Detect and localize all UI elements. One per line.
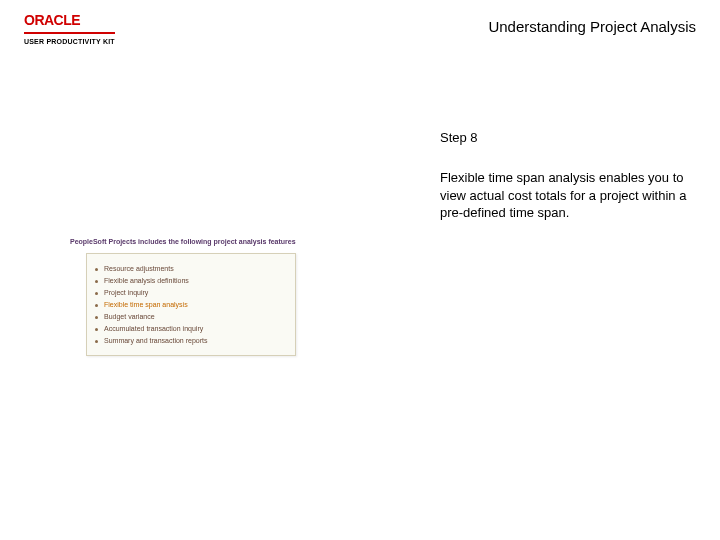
list-item: Summary and transaction reports — [95, 337, 287, 344]
bullet-icon — [95, 280, 98, 283]
bullet-icon — [95, 328, 98, 331]
list-item-label: Flexible analysis definitions — [104, 277, 189, 284]
bullet-icon — [95, 316, 98, 319]
bullet-icon — [95, 292, 98, 295]
oracle-logo-block: ORACLE USER PRODUCTIVITY KIT — [24, 12, 115, 45]
list-item: Accumulated transaction inquiry — [95, 325, 287, 332]
slide-heading: PeopleSoft Projects includes the followi… — [70, 238, 330, 245]
list-item-label: Resource adjustments — [104, 265, 174, 272]
slide-thumbnail: PeopleSoft Projects includes the followi… — [70, 238, 330, 356]
list-item-label: Budget variance — [104, 313, 155, 320]
step-label: Step 8 — [440, 130, 690, 145]
logo-subtitle: USER PRODUCTIVITY KIT — [24, 38, 115, 45]
list-item: Project inquiry — [95, 289, 287, 296]
list-item: Flexible analysis definitions — [95, 277, 287, 284]
logo-divider — [24, 32, 115, 34]
list-item-label: Summary and transaction reports — [104, 337, 208, 344]
list-item-label: Flexible time span analysis — [104, 301, 188, 308]
list-item: Budget variance — [95, 313, 287, 320]
oracle-logo: ORACLE — [24, 12, 80, 28]
oracle-logo-text: ORACLE — [24, 12, 80, 28]
list-item-highlighted: Flexible time span analysis — [95, 301, 287, 308]
list-item: Resource adjustments — [95, 265, 287, 272]
list-item-label: Accumulated transaction inquiry — [104, 325, 203, 332]
list-item-label: Project inquiry — [104, 289, 148, 296]
bullet-icon — [95, 340, 98, 343]
bullet-icon — [95, 304, 98, 307]
header-bar: ORACLE USER PRODUCTIVITY KIT Understandi… — [0, 0, 720, 49]
slide-feature-box: Resource adjustments Flexible analysis d… — [86, 253, 296, 356]
step-body: Flexible time span analysis enables you … — [440, 169, 690, 222]
page-title: Understanding Project Analysis — [488, 12, 696, 35]
bullet-icon — [95, 268, 98, 271]
step-panel: Step 8 Flexible time span analysis enabl… — [440, 130, 690, 222]
